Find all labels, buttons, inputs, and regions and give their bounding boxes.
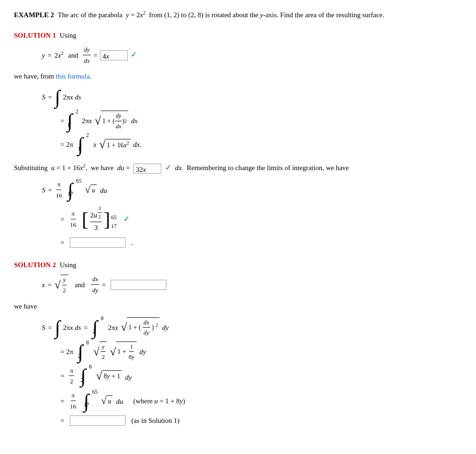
integral-with-limits-2: ∫ 2 1 — [78, 135, 83, 154]
sqrt-u-2: √ u — [101, 393, 112, 409]
where-u-text: (where u = 1 + 8y) — [133, 395, 185, 407]
eq-y-dy: y = 2x2 and dy dx = 4x ✓ — [42, 45, 462, 66]
example-header: EXAMPLE 2 The arc of the parabola y = 2x… — [14, 9, 462, 20]
sqrt-u: √ u — [85, 182, 97, 198]
integral-limits-4: ∫ 8 2 — [93, 318, 98, 337]
pi-over-2: π 2 — [69, 366, 74, 387]
check3: ✓ — [123, 213, 130, 225]
eq-S2-expanded: = 2π ∫ 8 2 √ y 2 √ — [42, 342, 462, 362]
sqrt-expr-3: √ 1 + ( dx dy ) 2 — [121, 317, 159, 338]
eq-S-eval: = π 16 [ 2u 3 2 3 ] — [42, 205, 462, 233]
dy-dx-input[interactable]: 4x — [100, 50, 128, 60]
solution2-label: SOLUTION 2 — [14, 259, 56, 270]
S-integral-def: S = ∫ 2πx ds — [42, 87, 462, 107]
solution1-using: Using — [60, 30, 76, 41]
integral-limits-7: ∫ 65 17 — [84, 391, 89, 411]
sqrt-expr-2: √ 1 + 16x2 — [99, 136, 130, 153]
solution2-using: Using — [60, 259, 76, 270]
line-S2-final: = (as in Solution 1) — [60, 415, 462, 426]
integral-limits-5: ∫ 8 2 — [78, 342, 83, 362]
eq-S-expanded: = ∫ 2 1 2πx √ 1 + ( dy dx ) — [42, 111, 462, 131]
integral-limits-6: ∫ 8 2 — [80, 366, 86, 386]
answer-input-1[interactable] — [70, 237, 126, 248]
eq-S-simplified: = 2π ∫ 2 1 x √ 1 + 16x2 dx. — [42, 135, 462, 154]
eq-S-u: S = π 16 ∫ 65 17 √ u du — [42, 179, 462, 200]
line-S-u: S = π 16 ∫ 65 17 √ u du — [42, 179, 462, 200]
eq-x-dx: x = √ y 2 and dx dy = — [42, 274, 462, 295]
solution2-section: SOLUTION 2 Using x = √ y 2 and dx dy = — [14, 259, 462, 426]
du-input[interactable]: 32x — [133, 164, 161, 174]
line-S2-def: S = ∫ 2πx ds = ∫ 8 2 2πx √ 1 + ( dx dy — [42, 317, 462, 338]
sqrt-y-over-2: √ y 2 — [54, 275, 68, 295]
sqrt-y2: √ y 2 — [93, 342, 107, 362]
integral-symbol-1: ∫ — [55, 87, 60, 107]
check1: ✓ — [131, 49, 137, 61]
check2: ✓ — [165, 163, 172, 172]
pi-over-16c: π 16 — [69, 390, 77, 411]
line-S2-expanded: = 2π ∫ 8 2 √ y 2 √ — [60, 342, 462, 362]
line-S-def: S = ∫ 2πx ds — [42, 87, 462, 107]
eq-S2-def: S = ∫ 2πx ds = ∫ 8 2 2πx √ 1 + ( dx dy — [42, 317, 462, 338]
sqrt-1-1-8y: √ 1 + 1 8y — [110, 342, 137, 362]
eq-S2-simplified: = π 2 ∫ 8 2 √ 8y + 1 dy — [42, 366, 462, 387]
eq-S-final: = . — [42, 237, 462, 248]
we-have-text: we have, from this formula, — [14, 70, 462, 83]
dx-dy-input[interactable] — [111, 280, 166, 290]
we-have-text-2: we have — [14, 300, 462, 313]
eq-S2-final: = (as in Solution 1) — [42, 415, 462, 426]
solution2-header: SOLUTION 2 Using — [14, 259, 462, 270]
line-S-eval: = π 16 [ 2u 3 2 3 ] — [60, 205, 462, 233]
integral-with-limits-3: ∫ 65 17 — [67, 180, 73, 200]
y-var: y — [42, 50, 45, 61]
solution1-section: SOLUTION 1 Using y = 2x2 and dy dx = 4x … — [14, 30, 462, 248]
solution1-label: SOLUTION 1 — [14, 30, 56, 41]
sqrt-expr-1: √ 1 + ( dy dx ) 2 — [95, 111, 128, 131]
pi-over-16: π 16 — [55, 179, 63, 200]
as-in-solution1: (as in Solution 1) — [131, 415, 179, 426]
line-y-dy: y = 2x2 and dy dx = 4x ✓ — [42, 45, 462, 66]
line-S2-u: = π 16 ∫ 65 17 √ u du (where u = 1 + 8y) — [60, 390, 462, 411]
this-formula-link[interactable]: this formula, — [56, 72, 92, 80]
substituting-text: Substituting u = 1 + 16x2, we have du = … — [14, 161, 462, 175]
solution1-header: SOLUTION 1 Using — [14, 30, 462, 41]
line-S-final: = . — [60, 237, 462, 248]
example-description: The arc of the parabola y = 2x2 from (1,… — [58, 9, 384, 20]
example-label: EXAMPLE 2 — [14, 9, 54, 20]
line-S-expanded: = ∫ 2 1 2πx √ 1 + ( dy dx ) — [60, 111, 462, 131]
line-S-simplified: = 2π ∫ 2 1 x √ 1 + 16x2 dx. — [60, 135, 462, 154]
eq-S2-u: = π 16 ∫ 65 17 √ u du (where u = 1 + 8y) — [42, 390, 462, 411]
answer-input-2[interactable] — [70, 415, 126, 426]
line-x-dx: x = √ y 2 and dx dy = — [42, 274, 462, 295]
pi-over-16b: π 16 — [69, 209, 77, 230]
dx-dy-frac: dx dy — [91, 274, 99, 295]
line-S2-simplified: = π 2 ∫ 8 2 √ 8y + 1 dy — [60, 366, 462, 387]
and-text: and — [68, 50, 79, 61]
integral-symbol-2: ∫ — [55, 318, 60, 337]
dy-dx-frac: dy dx — [83, 45, 91, 66]
integral-with-limits-1: ∫ 2 1 — [67, 111, 73, 131]
sqrt-8y-plus1: √ 8y + 1 — [96, 367, 122, 385]
